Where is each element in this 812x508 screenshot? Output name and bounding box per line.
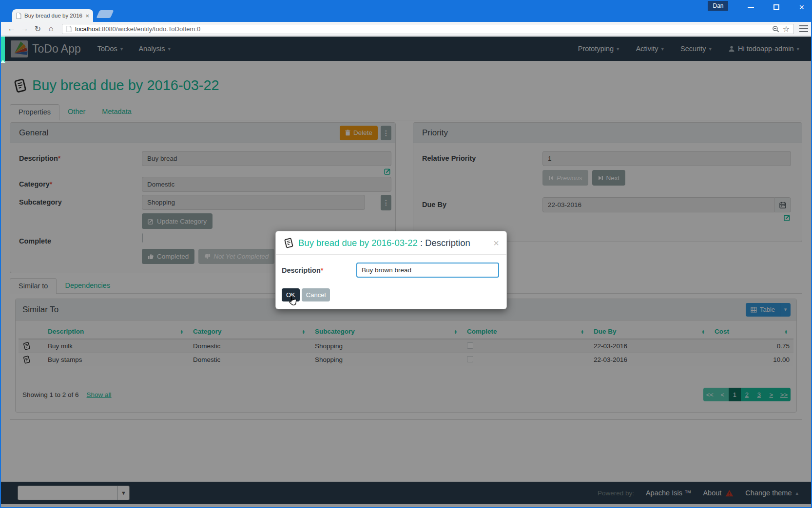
back-icon[interactable]: ←	[5, 24, 18, 33]
dialog-description-input[interactable]: Buy brown bread	[356, 263, 499, 278]
url-bar[interactable]: localhost:8080/wicket/entity/todo.ToDoIt…	[62, 24, 794, 34]
profile-badge[interactable]: Dan	[708, 1, 728, 11]
mouse-cursor	[288, 295, 298, 307]
maximize-button[interactable]	[773, 4, 779, 10]
browser-titlebar: Buy bread due by 2016-0 × Dan ×	[1, 0, 811, 22]
page-icon	[66, 26, 72, 32]
browser-tab-title: Buy bread due by 2016-0	[24, 13, 82, 19]
favicon-page-icon	[16, 13, 21, 19]
ajax-veil-strip	[1, 37, 5, 63]
new-tab-button[interactable]	[96, 10, 114, 18]
dialog-title: Buy bread due by 2016-03-22 : Descriptio…	[298, 238, 470, 248]
reload-icon[interactable]: ↻	[31, 24, 44, 34]
home-icon[interactable]: ⌂	[44, 24, 58, 33]
dialog-description-label: Description*	[282, 266, 356, 274]
close-window-button[interactable]: ×	[799, 3, 804, 12]
browser-tab[interactable]: Buy bread due by 2016-0 ×	[12, 9, 93, 22]
todo-item-icon	[283, 238, 294, 248]
forward-icon[interactable]: →	[18, 24, 31, 33]
dialog-close-icon[interactable]: ×	[493, 238, 499, 248]
cancel-button[interactable]: Cancel	[302, 288, 330, 301]
tab-close-icon[interactable]: ×	[85, 13, 89, 19]
zoom-out-icon[interactable]	[772, 25, 779, 33]
edit-description-dialog: Buy bread due by 2016-03-22 : Descriptio…	[275, 231, 507, 309]
browser-menu-icon[interactable]	[799, 25, 808, 32]
minimize-button[interactable]	[748, 7, 754, 8]
url-text: localhost:8080/wicket/entity/todo.ToDoIt…	[75, 25, 769, 33]
browser-window: Buy bread due by 2016-0 × Dan × ← → ↻ ⌂ …	[0, 0, 812, 508]
bookmark-star-icon[interactable]: ☆	[783, 24, 790, 34]
